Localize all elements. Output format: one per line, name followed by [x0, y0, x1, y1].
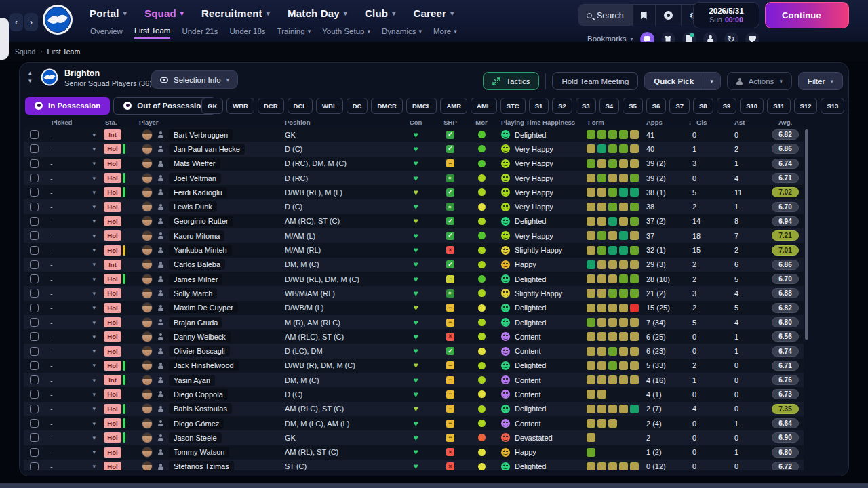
row-checkbox[interactable] [30, 130, 39, 139]
table-row[interactable]: -▾ Hol Babis Kostoulas AM (RLC), ST (C) … [24, 402, 804, 416]
quick-pick-dropdown[interactable]: ▾ [703, 73, 720, 89]
history-back-button[interactable]: ‹ [9, 13, 23, 31]
column-header-playing-time-happiness[interactable]: Playing Time Happiness [497, 119, 581, 126]
picked-dropdown[interactable]: -▾ [44, 258, 102, 272]
player-cell[interactable]: James Milner [139, 272, 273, 286]
row-checkbox[interactable] [30, 260, 39, 269]
picked-dropdown[interactable]: -▾ [44, 286, 102, 300]
player-name[interactable]: Jack Hinshelwood [169, 360, 239, 371]
position-filter-s8[interactable]: S8 [693, 98, 713, 114]
position-filter-s11[interactable]: S11 [767, 98, 790, 114]
table-row[interactable]: -▾ Hol Jason Steele GK ♥ − Devastated 2 … [24, 430, 804, 445]
table-row[interactable]: -▾ Hol Solly March WB/M/AM (RL) ♥ » Slig… [24, 286, 804, 300]
column-header-form[interactable]: Form [581, 119, 641, 126]
player-name[interactable]: Yankuba Minteh [169, 245, 232, 256]
row-checkbox[interactable] [30, 347, 39, 356]
position-filter-s4[interactable]: S4 [599, 98, 620, 114]
player-name[interactable]: Kaoru Mitoma [169, 230, 224, 241]
picked-dropdown[interactable]: -▾ [44, 359, 102, 373]
picked-dropdown[interactable]: -▾ [44, 373, 102, 387]
row-checkbox[interactable] [30, 203, 39, 211]
submenu-more[interactable]: More▾ [433, 27, 457, 38]
submenu-under-18s[interactable]: Under 18s [229, 27, 265, 38]
breadcrumb-item[interactable]: Squad [15, 47, 35, 56]
table-scrollbar[interactable] [805, 129, 808, 340]
table-row[interactable]: -▾ Hol Jan Paul van Hecke D (C) ♥ ✓ Very… [24, 142, 804, 156]
row-checkbox[interactable] [30, 405, 39, 413]
column-header-ast[interactable]: Ast [725, 119, 767, 126]
position-filter-aml[interactable]: AML [471, 98, 497, 114]
table-row[interactable]: -▾ Hol Kaoru Mitoma M/AM (L) ♥ ✓ Very Ha… [24, 228, 804, 243]
position-filter-dmcr[interactable]: DMCR [371, 98, 403, 114]
player-name[interactable]: Maxim De Cuyper [169, 302, 238, 313]
submenu-training[interactable]: Training▾ [277, 27, 311, 38]
player-name[interactable]: Joël Veltman [169, 173, 221, 184]
submenu-overview[interactable]: Overview [90, 27, 123, 38]
row-checkbox[interactable] [30, 462, 39, 470]
position-filter-s13[interactable]: S13 [821, 98, 844, 114]
position-filter-wbr[interactable]: WBR [226, 98, 254, 114]
column-header-player[interactable]: Player [139, 119, 273, 126]
row-checkbox[interactable] [30, 274, 39, 283]
player-cell[interactable]: Ferdi Kadıoğlu [139, 185, 273, 199]
football-button[interactable] [656, 5, 682, 26]
position-filter-s14[interactable]: S14 [848, 98, 849, 114]
position-filter-dcl[interactable]: DCL [288, 98, 313, 114]
table-row[interactable]: -▾ Hol Mats Wieffer D (RC), DM, M (C) ♥ … [24, 157, 804, 171]
row-checkbox[interactable] [30, 188, 39, 197]
player-cell[interactable]: Diego Coppola [139, 387, 273, 401]
picked-dropdown[interactable]: -▾ [44, 430, 102, 445]
picked-dropdown[interactable]: -▾ [44, 272, 102, 286]
table-row[interactable]: -▾ Hol Maxim De Cuyper D/WB/M (L) ♥ − De… [24, 301, 804, 315]
submenu-first-team[interactable]: First Team [134, 26, 170, 39]
picked-dropdown[interactable]: -▾ [44, 214, 102, 228]
table-row[interactable]: -▾ Hol Ferdi Kadıoğlu D/WB (RL), M (L) ♥… [24, 185, 804, 199]
tactics-button[interactable]: Tactics [483, 72, 539, 90]
picked-dropdown[interactable]: -▾ [44, 460, 102, 470]
column-header-mor[interactable]: Mor [466, 119, 497, 126]
table-row[interactable]: -▾ Hol Yankuba Minteh M/AM (RL) ♥ × Slig… [24, 243, 804, 257]
column-header-apps[interactable]: Apps [641, 119, 684, 126]
column-header-position[interactable]: Position [273, 119, 397, 126]
quick-pick-button[interactable]: Quick Pick ▾ [644, 72, 720, 90]
picked-dropdown[interactable]: -▾ [44, 228, 102, 243]
player-name[interactable]: Tommy Watson [169, 447, 229, 458]
position-filter-s2[interactable]: S2 [552, 98, 572, 114]
player-name[interactable]: Jason Steele [169, 432, 222, 443]
position-filter-s10[interactable]: S10 [740, 98, 764, 114]
row-checkbox[interactable] [30, 246, 39, 255]
menu-portal[interactable]: Portal▾ [90, 7, 127, 19]
picked-dropdown[interactable]: -▾ [44, 387, 102, 401]
player-cell[interactable]: Babis Kostoulas [139, 402, 273, 416]
table-row[interactable]: -▾ Hol James Milner D/WB (RL), DM, M (C)… [24, 272, 804, 286]
row-checkbox[interactable] [30, 375, 39, 384]
row-checkbox[interactable] [30, 390, 39, 399]
player-cell[interactable]: Tommy Watson [139, 445, 273, 460]
player-cell[interactable]: Danny Welbeck [139, 329, 273, 344]
player-cell[interactable]: Carlos Baleba [139, 258, 273, 272]
player-name[interactable]: Danny Welbeck [169, 331, 231, 342]
player-cell[interactable]: Georginio Rutter [139, 214, 273, 228]
player-cell[interactable]: Stefanos Tzimas [139, 460, 273, 470]
row-checkbox[interactable] [30, 433, 39, 442]
position-filter-s6[interactable]: S6 [646, 98, 667, 114]
position-filter-dmcl[interactable]: DMCL [406, 98, 437, 114]
table-row[interactable]: -▾ Hol Lewis Dunk D (C) ♥ » Very Happy 3… [24, 199, 804, 214]
row-checkbox[interactable] [30, 304, 39, 312]
column-header-sta[interactable]: Sta. [102, 119, 139, 126]
player-cell[interactable]: Yasin Ayari [139, 373, 273, 387]
player-cell[interactable]: Yankuba Minteh [139, 243, 273, 257]
menu-career[interactable]: Career▾ [413, 7, 454, 19]
position-filter-s12[interactable]: S12 [794, 98, 818, 114]
player-cell[interactable]: Joël Veltman [139, 171, 273, 185]
table-row[interactable]: -▾ Hol Olivier Boscagli D (LC), DM ♥ ✓ C… [24, 344, 804, 358]
table-row[interactable]: -▾ Hol Diego Coppola D (C) ♥ − Content 4… [24, 387, 804, 401]
row-checkbox[interactable] [30, 231, 39, 240]
player-cell[interactable]: Bart Verbruggen [139, 127, 273, 142]
player-cell[interactable]: Jan Paul van Hecke [139, 142, 273, 156]
table-row[interactable]: -▾ Hol Brajan Gruda M (R), AM (RLC) ♥ − … [24, 315, 804, 329]
player-cell[interactable]: Brajan Gruda [139, 315, 273, 329]
breadcrumb-item[interactable]: First Team [47, 47, 80, 56]
table-row[interactable]: -▾ Hol Tommy Watson AM (RL), ST (C) ♥ × … [24, 445, 804, 460]
row-checkbox[interactable] [30, 144, 39, 153]
